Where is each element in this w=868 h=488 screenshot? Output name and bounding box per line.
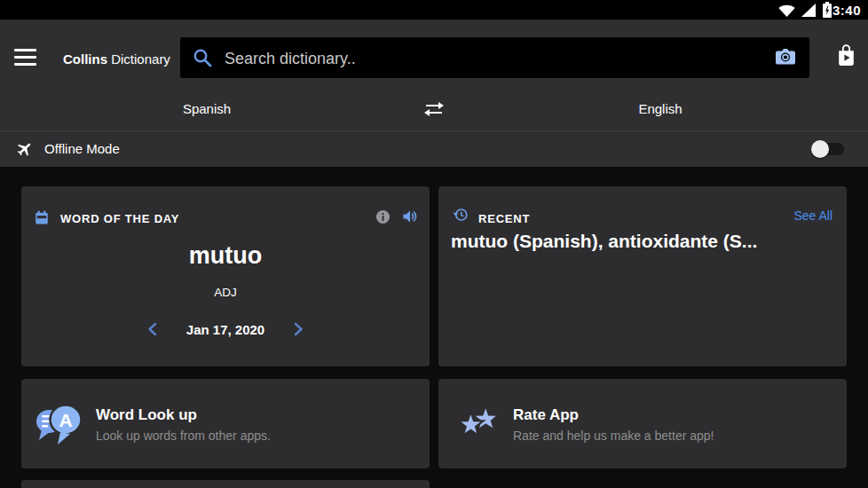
language-bar: Spanish English	[0, 89, 868, 130]
word-of-day-header: WORD OF THE DAY	[21, 186, 430, 229]
app-screen: 3:40 Collins Dictionary	[0, 0, 868, 488]
chevron-right-icon[interactable]	[291, 321, 305, 337]
recent-items-preview[interactable]: mutuo (Spanish), antioxidante (S...	[451, 231, 834, 252]
app-title: Collins Dictionary	[63, 51, 170, 67]
svg-text:A: A	[59, 410, 72, 430]
search-icon	[192, 47, 213, 68]
chevron-left-icon[interactable]	[146, 321, 160, 337]
word-of-day-word[interactable]: mutuo	[21, 242, 430, 270]
search-input[interactable]	[223, 37, 723, 80]
word-of-day-pos: ADJ	[21, 286, 430, 299]
app-header: Collins Dictionary Spanish	[0, 20, 868, 167]
status-bar: 3:40	[0, 0, 868, 20]
speaker-icon[interactable]	[401, 208, 419, 225]
word-lookup-subtitle: Look up words from other apps.	[96, 429, 271, 443]
shop-bag-icon[interactable]	[835, 43, 857, 67]
history-icon	[453, 207, 469, 223]
stars-icon	[451, 399, 501, 449]
word-of-day-date: Jan 17, 2020	[186, 322, 264, 337]
see-all-link[interactable]: See All	[793, 209, 832, 223]
swap-arrows-icon[interactable]	[422, 98, 446, 120]
camera-icon[interactable]	[773, 46, 798, 67]
menu-icon[interactable]	[14, 49, 36, 66]
word-of-day-date-nav: Jan 17, 2020	[21, 321, 430, 337]
wifi-icon	[777, 4, 796, 18]
word-of-day-title: WORD OF THE DAY	[60, 212, 179, 225]
word-of-day-card[interactable]: WORD OF THE DAY mutuo ADJ Jan 17, 2020	[21, 186, 430, 366]
offline-mode-row: Offline Mode	[0, 130, 868, 168]
offline-mode-label: Offline Mode	[44, 141, 120, 156]
battery-charging-icon	[822, 2, 832, 18]
language-target[interactable]: English	[638, 101, 682, 116]
word-lookup-title: Word Look up	[96, 406, 197, 424]
airplane-icon	[16, 140, 34, 158]
status-time: 3:40	[832, 3, 861, 18]
rate-app-title: Rate App	[513, 406, 579, 424]
partial-card	[21, 480, 430, 488]
rate-app-card[interactable]: Rate App Rate and help us make a better …	[438, 379, 847, 468]
cell-signal-icon	[801, 3, 817, 18]
search-box[interactable]	[180, 37, 809, 78]
info-icon[interactable]	[375, 209, 391, 224]
recent-header: RECENT See All	[438, 186, 847, 229]
rate-app-subtitle: Rate and help us make a better app!	[513, 429, 714, 443]
recent-card[interactable]: RECENT See All mutuo (Spanish), antioxid…	[438, 186, 847, 366]
offline-mode-toggle[interactable]	[811, 140, 847, 158]
language-source[interactable]: Spanish	[183, 101, 231, 116]
recent-title: RECENT	[478, 212, 530, 225]
toggle-thumb	[811, 140, 829, 158]
app-title-regular: Dictionary	[111, 51, 170, 67]
app-title-bold: Collins	[63, 51, 107, 67]
calendar-icon	[34, 209, 50, 225]
chat-bubbles-icon: A	[34, 399, 83, 449]
word-lookup-card[interactable]: A Word Look up Look up words from other …	[21, 379, 430, 468]
